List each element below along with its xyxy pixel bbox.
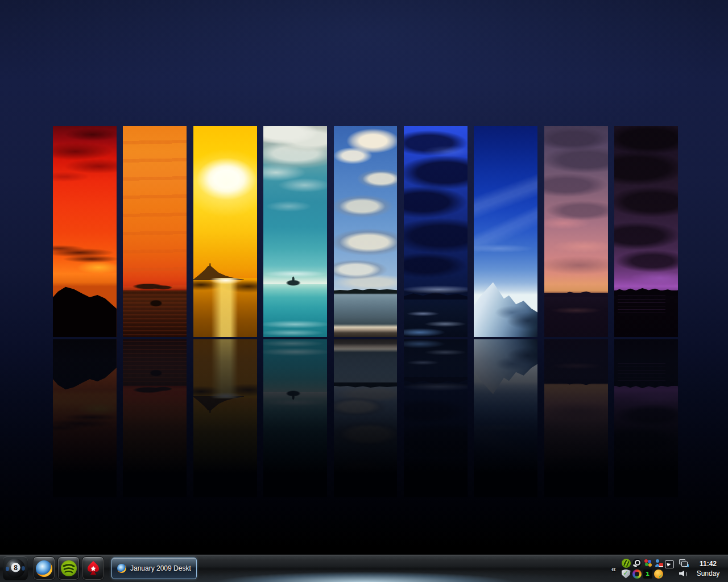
- wallpaper-reflection-golden-sun-sea: [193, 339, 257, 497]
- wallpaper-reflections: [53, 339, 678, 497]
- update-check-tray-icon[interactable]: [654, 569, 663, 579]
- taskbar-clock[interactable]: 11:42 Sunday: [693, 560, 726, 577]
- eight-ball-digit: 8: [14, 564, 18, 572]
- wallpaper-panel-violet-pink-sunset: [544, 126, 608, 337]
- clock-day: Sunday: [697, 569, 720, 577]
- messenger-busy-tray-icon[interactable]: [654, 559, 663, 568]
- wallpaper-reflection-blue-cumulus-beach: [334, 339, 398, 497]
- wallpaper-reflection-night-snow-mountain: [474, 339, 537, 497]
- quick-launch-pokerstars[interactable]: [82, 556, 104, 580]
- wallpaper-panel-orange-sunset-sea: [123, 126, 187, 337]
- window-button-title: January 2009 Deskto...: [130, 564, 191, 572]
- quick-launch-firefox[interactable]: [33, 556, 55, 580]
- colored-balls-tray-icon[interactable]: [643, 559, 652, 568]
- wallpaper-panel-stormy-night-sea: [404, 126, 468, 337]
- start-button[interactable]: 8: [3, 556, 28, 580]
- wallpaper-stripes: [53, 126, 678, 337]
- pokerstars-spade-icon: [85, 560, 102, 577]
- desktop: 8: [0, 0, 728, 582]
- network-icon[interactable]: [679, 559, 689, 568]
- eight-ball-icon: 8: [5, 558, 26, 579]
- quick-launch-spotify[interactable]: [57, 556, 80, 580]
- taskbar: 8: [0, 554, 728, 582]
- wallpaper-panel-dark-violet-storm: [614, 126, 678, 337]
- tray-netvol: [679, 559, 689, 577]
- spotify-tray-icon[interactable]: [622, 559, 631, 568]
- spotify-icon: [60, 560, 77, 577]
- wallpaper-panel-golden-sun-sea: [193, 126, 257, 337]
- wallpaper-panel-blue-cumulus-beach: [334, 126, 398, 337]
- wallpaper-reflection-red-sunset: [53, 339, 117, 497]
- wallpaper-panel-night-snow-mountain: [474, 126, 537, 337]
- digit-meter-tray-icon[interactable]: 1: [643, 569, 652, 579]
- system-tray: « 1 11:42 Sunday: [611, 555, 726, 582]
- tray-expand-chevron[interactable]: «: [611, 564, 616, 573]
- firefox-icon: [36, 560, 52, 577]
- wallpaper-reflection-teal-sky-beach: [263, 339, 327, 497]
- volume-icon[interactable]: [679, 569, 689, 577]
- security-shield-tray-icon[interactable]: [622, 569, 631, 579]
- quick-launch: [33, 556, 104, 580]
- wallpaper-panel-teal-sky-beach: [263, 126, 327, 337]
- wallpaper-reflection-orange-sunset-sea: [123, 339, 187, 497]
- wallpaper-panel-red-sunset: [53, 126, 117, 337]
- taskbar-window-button-firefox[interactable]: January 2009 Deskto...: [111, 558, 197, 579]
- steam-tray-icon[interactable]: [632, 559, 642, 568]
- wallpaper-reflection-violet-pink-sunset: [544, 339, 608, 497]
- screen-share-tray-icon[interactable]: [665, 560, 674, 568]
- tray-icon-grid: 1: [621, 558, 675, 579]
- clock-time: 11:42: [700, 560, 717, 568]
- firefox-icon: [117, 564, 126, 573]
- wallpaper-reflection-dark-violet-storm: [614, 339, 678, 497]
- color-wheel-tray-icon[interactable]: [632, 569, 642, 579]
- wallpaper-reflection-stormy-night-sea: [404, 339, 468, 497]
